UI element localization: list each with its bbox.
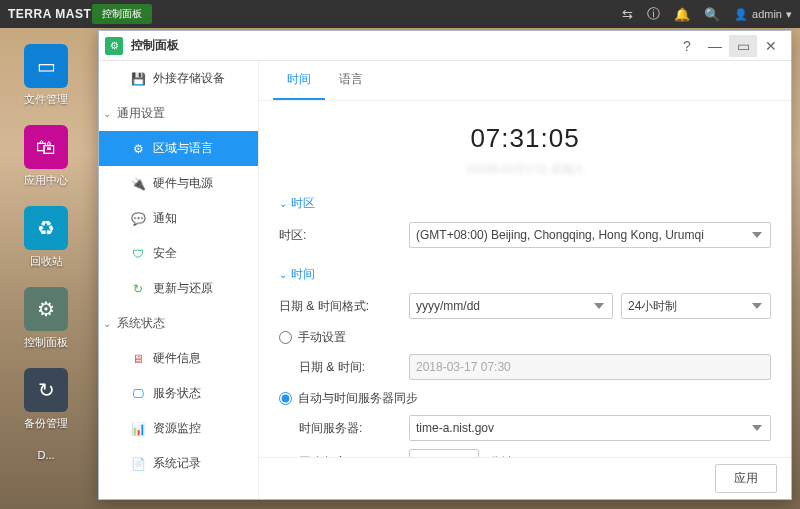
timeserver-select[interactable]: time-a.nist.gov (409, 415, 771, 441)
bell-icon[interactable]: 🔔 (674, 7, 690, 22)
sidebar-item-label: 硬件与电源 (153, 175, 248, 192)
section-timezone[interactable]: ⌄时区 (279, 195, 771, 212)
date-format-select[interactable]: yyyy/mm/dd (409, 293, 613, 319)
refresh-icon: ↻ (131, 282, 145, 296)
taskbar-app-button[interactable]: 控制面板 (92, 4, 152, 24)
datetime-label: 日期 & 时间: (299, 359, 399, 376)
clock-display: 07:31:05 (279, 123, 771, 154)
desktop-icon-control[interactable]: ⚙控制面板 (14, 287, 78, 350)
monitor-icon: 🖵 (131, 387, 145, 401)
sidebar-item-label: 系统记录 (153, 455, 248, 472)
desktop-icons: ▭文件管理 🛍应用中心 ♻回收站 ⚙控制面板 ↻备份管理 D... (14, 44, 78, 461)
sidebar-group-status[interactable]: ⌄系统状态 (99, 306, 258, 341)
auto-radio[interactable] (279, 392, 292, 405)
user-menu[interactable]: 👤admin ▾ (734, 8, 792, 21)
power-icon: 🔌 (131, 177, 145, 191)
sidebar-item-update[interactable]: ↻更新与还原 (99, 271, 258, 306)
info-icon[interactable]: ⓘ (647, 5, 660, 23)
sidebar-item-notify[interactable]: 💬通知 (99, 201, 258, 236)
tab-bar: 时间 语言 (259, 61, 791, 101)
sidebar-item-label: 安全 (153, 245, 248, 262)
desktop-icon-label: 应用中心 (24, 173, 68, 188)
gear-icon: ⚙ (131, 142, 145, 156)
content-area: 时间 语言 07:31:05 2018年03月17日 星期六 ⌄时区 时区: (… (259, 61, 791, 499)
chart-icon: 📊 (131, 422, 145, 436)
log-icon: 📄 (131, 457, 145, 471)
format-label: 日期 & 时间格式: (279, 298, 399, 315)
manual-radio-label: 手动设置 (298, 329, 346, 346)
app-icon: ⚙ (105, 37, 123, 55)
desktop-icon-label: 回收站 (30, 254, 63, 269)
close-button[interactable]: ✕ (757, 35, 785, 57)
sidebar-group-label: 通用设置 (117, 105, 248, 122)
desktop-icon-label: 控制面板 (24, 335, 68, 350)
desktop-icon-apps[interactable]: 🛍应用中心 (14, 125, 78, 188)
minimize-button[interactable]: — (701, 35, 729, 57)
search-icon[interactable]: 🔍 (704, 7, 720, 22)
window-titlebar: ⚙ 控制面板 ? — ▭ ✕ (99, 31, 791, 61)
desktop-icon-label: D... (37, 449, 54, 461)
hour-format-select[interactable]: 24小时制 (621, 293, 771, 319)
sidebar: 💾外接存储设备 ⌄通用设置 ⚙区域与语言 🔌硬件与电源 💬通知 🛡安全 ↻更新与… (99, 61, 259, 499)
section-time[interactable]: ⌄时间 (279, 266, 771, 283)
trash-icon: ♻ (24, 206, 68, 250)
usb-icon[interactable]: ⇆ (622, 7, 633, 22)
help-button[interactable]: ? (673, 35, 701, 57)
folder-icon: ▭ (24, 44, 68, 88)
backup-icon: ↻ (24, 368, 68, 412)
sync-freq-input[interactable] (409, 449, 479, 457)
sliders-icon: ⚙ (24, 287, 68, 331)
desktop-icon-extra[interactable]: D... (14, 449, 78, 461)
desktop-icon-label: 备份管理 (24, 416, 68, 431)
control-panel-window: ⚙ 控制面板 ? — ▭ ✕ 💾外接存储设备 ⌄通用设置 ⚙区域与语言 🔌硬件与… (98, 30, 792, 500)
sidebar-item-region[interactable]: ⚙区域与语言 (99, 131, 258, 166)
footer: 应用 (259, 457, 791, 499)
chip-icon: 🖥 (131, 352, 145, 366)
clock-subtext: 2018年03月17日 星期六 (279, 162, 771, 177)
sidebar-item-security[interactable]: 🛡安全 (99, 236, 258, 271)
sidebar-item-service[interactable]: 🖵服务状态 (99, 376, 258, 411)
chevron-down-icon: ⌄ (103, 318, 111, 329)
sidebar-item-label: 通知 (153, 210, 248, 227)
window-title: 控制面板 (131, 37, 673, 54)
sidebar-item-label: 资源监控 (153, 420, 248, 437)
auto-radio-label: 自动与时间服务器同步 (298, 390, 418, 407)
maximize-button[interactable]: ▭ (729, 35, 757, 57)
manual-radio[interactable] (279, 331, 292, 344)
timeserver-label: 时间服务器: (299, 420, 399, 437)
sidebar-item-label: 硬件信息 (153, 350, 248, 367)
sidebar-item-hardware[interactable]: 🔌硬件与电源 (99, 166, 258, 201)
section-title: 时间 (291, 266, 315, 283)
sidebar-item-label: 外接存储设备 (153, 70, 248, 87)
datetime-input (409, 354, 771, 380)
sidebar-item-syslog[interactable]: 📄系统记录 (99, 446, 258, 481)
storage-icon: 💾 (131, 72, 145, 86)
user-name: admin (752, 8, 782, 20)
section-title: 时区 (291, 195, 315, 212)
shield-icon: 🛡 (131, 247, 145, 261)
desktop-icon-files[interactable]: ▭文件管理 (14, 44, 78, 107)
chevron-down-icon: ⌄ (279, 198, 287, 209)
sidebar-item-label: 更新与还原 (153, 280, 248, 297)
desktop-icon-trash[interactable]: ♻回收站 (14, 206, 78, 269)
tab-time[interactable]: 时间 (273, 61, 325, 100)
apply-button[interactable]: 应用 (715, 464, 777, 493)
chevron-down-icon: ⌄ (279, 269, 287, 280)
desktop-icon-label: 文件管理 (24, 92, 68, 107)
chat-icon: 💬 (131, 212, 145, 226)
sidebar-item-label: 服务状态 (153, 385, 248, 402)
content-inner: 07:31:05 2018年03月17日 星期六 ⌄时区 时区: (GMT+08… (259, 101, 791, 457)
sidebar-item-label: 区域与语言 (153, 140, 248, 157)
sidebar-item-resmon[interactable]: 📊资源监控 (99, 411, 258, 446)
sidebar-item-external-storage[interactable]: 💾外接存储设备 (99, 61, 258, 96)
chevron-down-icon: ⌄ (103, 108, 111, 119)
timezone-label: 时区: (279, 227, 399, 244)
tab-language[interactable]: 语言 (325, 61, 377, 100)
bag-icon: 🛍 (24, 125, 68, 169)
timezone-select[interactable]: (GMT+08:00) Beijing, Chongqing, Hong Kon… (409, 222, 771, 248)
sidebar-group-label: 系统状态 (117, 315, 248, 332)
sidebar-item-hwinfo[interactable]: 🖥硬件信息 (99, 341, 258, 376)
desktop-icon-backup[interactable]: ↻备份管理 (14, 368, 78, 431)
sidebar-group-general[interactable]: ⌄通用设置 (99, 96, 258, 131)
